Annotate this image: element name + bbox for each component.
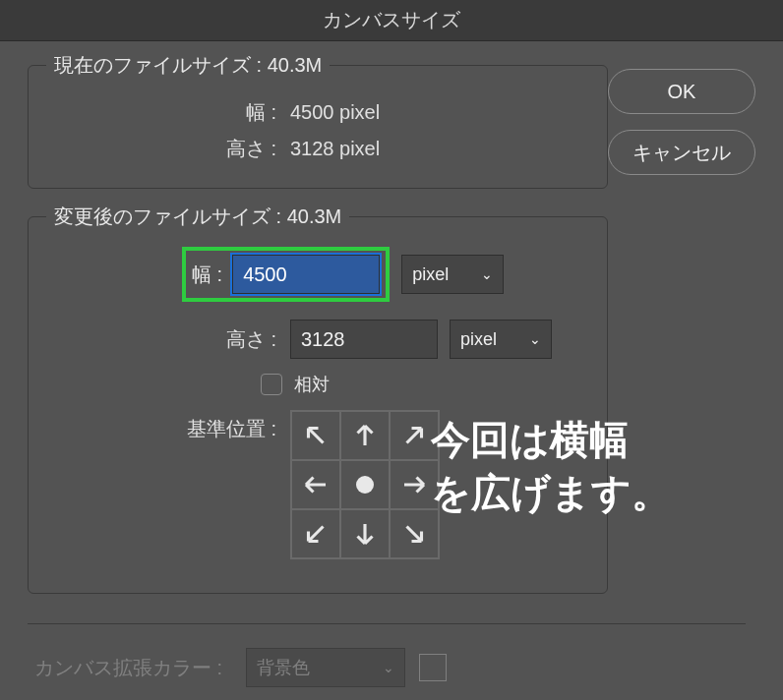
center-dot-icon xyxy=(356,476,374,494)
chevron-down-icon: ⌄ xyxy=(383,660,394,675)
anchor-grid xyxy=(290,410,440,559)
extension-color-label: カンバス拡張カラー : xyxy=(28,655,234,681)
relative-checkbox[interactable] xyxy=(261,374,282,395)
relative-label: 相対 xyxy=(294,373,330,396)
cancel-button[interactable]: キャンセル xyxy=(608,130,755,175)
width-unit-dropdown[interactable]: pixel ⌄ xyxy=(401,255,504,294)
current-height-label: 高さ : xyxy=(48,136,290,162)
dialog-titlebar: カンバスサイズ xyxy=(0,0,783,41)
extension-row: カンバス拡張カラー : 背景色 ⌄ xyxy=(28,623,746,687)
width-input[interactable] xyxy=(232,255,380,294)
chevron-down-icon: ⌄ xyxy=(481,266,493,282)
current-width-label: 幅 : xyxy=(48,99,290,126)
new-height-label: 高さ : xyxy=(48,326,290,353)
anchor-left[interactable] xyxy=(291,460,340,509)
anchor-center[interactable] xyxy=(340,460,390,509)
width-highlight: 幅 : xyxy=(182,247,390,302)
action-buttons: OK キャンセル xyxy=(608,69,755,175)
anchor-top-left[interactable] xyxy=(291,411,340,460)
extension-color-dropdown: 背景色 ⌄ xyxy=(246,648,405,687)
anchor-bottom-left[interactable] xyxy=(291,509,340,558)
current-size-legend: 現在のファイルサイズ : 40.3M xyxy=(46,52,330,79)
anchor-bottom[interactable] xyxy=(340,509,390,558)
extension-color-swatch xyxy=(419,654,447,681)
new-size-legend: 変更後のファイルサイズ : 40.3M xyxy=(46,204,349,230)
annotation-text: 今回は横幅 を広げます。 xyxy=(431,413,755,519)
dialog-content: OK キャンセル 現在のファイルサイズ : 40.3M 幅 : 4500 pix… xyxy=(0,41,783,700)
new-size-group: 変更後のファイルサイズ : 40.3M 幅 : pixel ⌄ 高さ : pix… xyxy=(28,216,608,594)
chevron-down-icon: ⌄ xyxy=(529,331,541,347)
ok-button[interactable]: OK xyxy=(608,69,755,114)
height-unit-dropdown[interactable]: pixel ⌄ xyxy=(450,320,552,359)
height-input[interactable] xyxy=(290,320,438,359)
current-width-value: 4500 pixel xyxy=(290,101,380,124)
dialog-title: カンバスサイズ xyxy=(323,7,460,33)
anchor-label: 基準位置 : xyxy=(48,410,290,442)
new-width-label: 幅 : xyxy=(192,262,222,288)
current-height-value: 3128 pixel xyxy=(290,138,380,160)
anchor-top[interactable] xyxy=(340,411,390,460)
current-size-group: 現在のファイルサイズ : 40.3M 幅 : 4500 pixel 高さ : 3… xyxy=(28,65,608,189)
